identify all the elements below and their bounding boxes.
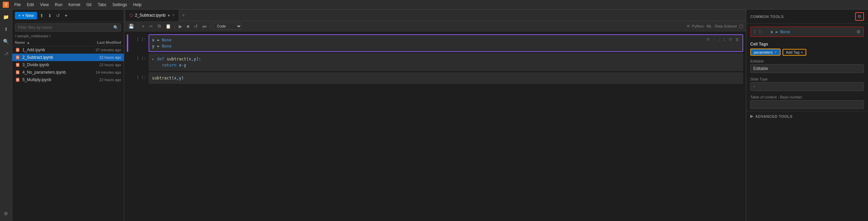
advanced-tools-header[interactable]: ▶ ADVANCED TOOLS <box>746 111 868 121</box>
editable-field-group: Editable <box>746 57 868 75</box>
cell-content[interactable]: x = None y = None ⧉ ↑ ↓ ⤵ ⊟ 🗑 <box>149 34 743 52</box>
tab-close-icon[interactable]: ✕ <box>172 13 175 17</box>
tags-area: parameters ✓ Add Tag + <box>746 47 868 57</box>
notebook-icon: N <box>15 77 20 82</box>
right-panel-settings-button[interactable]: ⚙ <box>855 12 864 21</box>
tab-notebook[interactable]: ⬡ 2_Subtract.ipynb ● ✕ <box>126 10 179 21</box>
run-button[interactable]: ▶ <box>177 23 184 30</box>
slide-type-input[interactable] <box>750 82 864 91</box>
copy-button[interactable]: ⧉ <box>156 22 162 30</box>
menu-edit[interactable]: Edit <box>24 2 37 8</box>
column-modified-header: Last Modified <box>80 40 121 44</box>
slide-type-label: Slide Type <box>750 77 864 81</box>
menu-git[interactable]: Git <box>84 2 94 8</box>
cell-3: [ ]: subtract(x,y) <box>127 72 743 84</box>
toc-input[interactable] <box>750 100 864 109</box>
preview-code: x = None <box>768 30 790 34</box>
file-name: 5_Multiply.ipynb <box>22 77 80 82</box>
kernel-label: Python · ML · Data Science <box>692 24 737 28</box>
menu-bar: J File Edit View Run Kernel Git Tabs Set… <box>0 0 868 10</box>
file-modified: 22 hours ago <box>80 55 121 59</box>
restart-button[interactable]: ↺ <box>192 23 199 30</box>
cell-down-btn[interactable]: ↓ <box>717 36 722 42</box>
add-tag-button[interactable]: Add Tag + <box>783 49 807 56</box>
notebook-toolbar: 💾 + ✂ ⧉ 📋 ▶ ■ ↺ ⏭ Code Markdown Raw ⟳ Py… <box>124 21 746 32</box>
cell-content[interactable]: ▸ def subtract(x,y): return x-y <box>149 53 743 71</box>
file-modified: 37 minutes ago <box>80 48 121 52</box>
kernel-info: ⟳ Python · ML · Data Science ◯ <box>687 24 743 29</box>
unsaved-dot: ● <box>168 13 170 18</box>
cell-split-btn[interactable]: ⊟ <box>728 36 733 42</box>
stop-button[interactable]: ■ <box>185 23 191 30</box>
refresh-button[interactable]: ↺ <box>55 12 61 20</box>
notebook-icon: N <box>15 70 20 75</box>
file-list: N 1_Add.ipynb 37 minutes ago N 2_Subtrac… <box>12 46 124 221</box>
list-item[interactable]: N 2_Subtract.ipynb 22 hours ago <box>12 54 124 61</box>
plus-icon: + <box>18 13 21 18</box>
sidebar-extensions-icon[interactable]: ⚙ <box>1 209 11 218</box>
kernel-status-icon: ◯ <box>739 24 743 29</box>
sidebar-folder-icon[interactable]: 📁 <box>1 12 11 22</box>
search-input[interactable] <box>15 23 121 32</box>
cell-up-btn[interactable]: ↑ <box>712 36 716 42</box>
download-button[interactable]: ⬇ <box>46 12 53 20</box>
menu-tabs[interactable]: Tabs <box>95 2 109 8</box>
common-tools-label: COMMON TOOLS <box>750 15 784 19</box>
cell-copy-btn[interactable]: ⧉ <box>706 36 711 42</box>
advanced-tools-label: ADVANCED TOOLS <box>755 114 793 118</box>
paste-button[interactable]: 📋 <box>164 23 173 30</box>
menu-run[interactable]: Run <box>52 2 65 8</box>
column-name-header[interactable]: Name ▲ <box>15 40 80 44</box>
search-box: 🔍 <box>15 23 121 32</box>
upload-button[interactable]: ⬆ <box>38 12 45 20</box>
list-item[interactable]: N 4_No_parameters.ipynb 14 minutes ago <box>12 69 124 76</box>
cell-delete-btn[interactable]: 🗑 <box>734 36 740 42</box>
file-name: 1_Add.ipynb <box>22 48 80 52</box>
divider <box>175 23 175 29</box>
add-tag-icon: + <box>801 50 803 54</box>
tag-chip-parameters[interactable]: parameters ✓ <box>750 49 780 56</box>
menu-help[interactable]: Help <box>131 2 144 8</box>
cell-type-select[interactable]: Code Markdown Raw <box>213 23 242 30</box>
cell-1: [ ]: x = None y = None ⧉ ↑ ↓ ⤵ ⊟ 🗑 <box>127 34 743 52</box>
right-panel-header: COMMON TOOLS ⚙ <box>746 10 868 24</box>
sidebar-upload-icon[interactable]: ⬆ <box>1 24 11 34</box>
cell-tags-label: Cell Tags <box>746 40 868 47</box>
cell-prompt: [ ]: <box>128 34 149 52</box>
cell-merge-btn[interactable]: ⤵ <box>722 36 727 42</box>
name-label: Name <box>15 40 25 44</box>
menu-view[interactable]: View <box>37 2 52 8</box>
file-name: 4_No_parameters.ipynb <box>22 70 80 75</box>
tag-check-icon: ✓ <box>774 50 777 54</box>
run-all-button[interactable]: ⏭ <box>201 23 209 30</box>
list-item[interactable]: N 5_Multiply.ipynb 22 hours ago <box>12 76 124 84</box>
new-button-label: + New <box>22 13 34 18</box>
divider <box>138 23 138 29</box>
cell-preview-content: [ ]: x = None <box>754 30 790 34</box>
sidebar-git-icon[interactable]: ⎇ <box>1 49 11 58</box>
file-list-header: Name ▲ Last Modified <box>12 39 124 46</box>
file-modified: 14 minutes ago <box>80 70 121 74</box>
menu-settings[interactable]: Settings <box>110 2 130 8</box>
editable-input[interactable] <box>750 64 864 73</box>
git-button[interactable]: ✦ <box>63 12 70 20</box>
tab-add-button[interactable]: + <box>179 12 188 18</box>
menu-kernel[interactable]: Kernel <box>66 2 83 8</box>
save-button[interactable]: 💾 <box>127 23 136 30</box>
notebook-icon: N <box>15 47 20 53</box>
slide-type-field-group: Slide Type <box>746 75 868 93</box>
cell-content[interactable]: subtract(x,y) <box>149 72 743 84</box>
cell-prompt: [ ]: <box>128 72 149 84</box>
editable-label: Editable <box>750 59 864 63</box>
add-cell-button[interactable]: + <box>140 23 146 30</box>
cell-preview-settings-icon[interactable]: ⚙ <box>856 29 861 34</box>
menu-file[interactable]: File <box>12 2 23 8</box>
list-item[interactable]: N 3_Divide.ipynb 22 hours ago <box>12 61 124 69</box>
cell-toolbar: ⧉ ↑ ↓ ⤵ ⊟ 🗑 <box>706 36 740 42</box>
main-layout: 📁 ⬆ 🔍 ⎇ ⚙ + + New ⬆ ⬇ ↺ ✦ 🔍 / sample_not… <box>0 10 868 221</box>
list-item[interactable]: N 1_Add.ipynb 37 minutes ago <box>12 46 124 54</box>
notebook-area: ⬡ 2_Subtract.ipynb ● ✕ + 💾 + ✂ ⧉ 📋 ▶ ■ ↺… <box>124 10 746 221</box>
sidebar-search-icon[interactable]: 🔍 <box>1 37 11 46</box>
new-button[interactable]: + + New <box>15 12 37 19</box>
cut-button[interactable]: ✂ <box>148 23 155 30</box>
